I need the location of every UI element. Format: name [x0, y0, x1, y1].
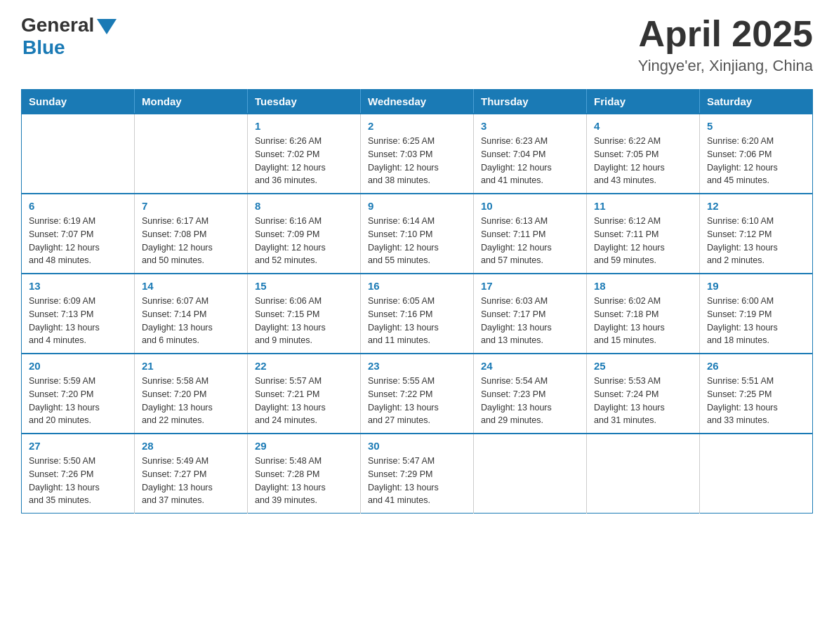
calendar-week-5: 27Sunrise: 5:50 AM Sunset: 7:26 PM Dayli…	[22, 434, 813, 514]
header-monday: Monday	[135, 90, 248, 114]
day-number: 12	[707, 200, 805, 212]
day-info: Sunrise: 6:25 AM Sunset: 7:03 PM Dayligh…	[368, 135, 466, 187]
logo-general-text: General	[21, 14, 94, 36]
header-wednesday: Wednesday	[361, 90, 474, 114]
calendar-week-4: 20Sunrise: 5:59 AM Sunset: 7:20 PM Dayli…	[22, 354, 813, 434]
day-info: Sunrise: 5:51 AM Sunset: 7:25 PM Dayligh…	[707, 375, 805, 427]
day-info: Sunrise: 5:50 AM Sunset: 7:26 PM Dayligh…	[29, 455, 127, 507]
calendar-day-2: 2Sunrise: 6:25 AM Sunset: 7:03 PM Daylig…	[361, 114, 474, 194]
calendar-day-10: 10Sunrise: 6:13 AM Sunset: 7:11 PM Dayli…	[474, 194, 587, 274]
day-number: 20	[29, 360, 127, 372]
header-tuesday: Tuesday	[248, 90, 361, 114]
day-number: 19	[707, 280, 805, 292]
day-info: Sunrise: 5:58 AM Sunset: 7:20 PM Dayligh…	[142, 375, 240, 427]
day-info: Sunrise: 5:48 AM Sunset: 7:28 PM Dayligh…	[255, 455, 353, 507]
day-info: Sunrise: 6:10 AM Sunset: 7:12 PM Dayligh…	[707, 215, 805, 267]
day-info: Sunrise: 5:54 AM Sunset: 7:23 PM Dayligh…	[481, 375, 579, 427]
calendar-day-22: 22Sunrise: 5:57 AM Sunset: 7:21 PM Dayli…	[248, 354, 361, 434]
calendar-day-30: 30Sunrise: 5:47 AM Sunset: 7:29 PM Dayli…	[361, 434, 474, 514]
calendar-day-18: 18Sunrise: 6:02 AM Sunset: 7:18 PM Dayli…	[587, 274, 700, 354]
day-number: 10	[481, 200, 579, 212]
day-number: 30	[368, 440, 466, 452]
calendar-day-20: 20Sunrise: 5:59 AM Sunset: 7:20 PM Dayli…	[22, 354, 135, 434]
day-number: 17	[481, 280, 579, 292]
page-header: General Blue April 2025 Yingye'er, Xinji…	[21, 14, 813, 75]
day-number: 16	[368, 280, 466, 292]
day-info: Sunrise: 6:16 AM Sunset: 7:09 PM Dayligh…	[255, 215, 353, 267]
empty-cell	[700, 434, 813, 514]
calendar-day-25: 25Sunrise: 5:53 AM Sunset: 7:24 PM Dayli…	[587, 354, 700, 434]
day-number: 9	[368, 200, 466, 212]
day-info: Sunrise: 6:13 AM Sunset: 7:11 PM Dayligh…	[481, 215, 579, 267]
day-info: Sunrise: 6:20 AM Sunset: 7:06 PM Dayligh…	[707, 135, 805, 187]
calendar-day-19: 19Sunrise: 6:00 AM Sunset: 7:19 PM Dayli…	[700, 274, 813, 354]
calendar-day-6: 6Sunrise: 6:19 AM Sunset: 7:07 PM Daylig…	[22, 194, 135, 274]
day-info: Sunrise: 5:53 AM Sunset: 7:24 PM Dayligh…	[594, 375, 692, 427]
day-number: 4	[594, 120, 692, 132]
calendar-day-28: 28Sunrise: 5:49 AM Sunset: 7:27 PM Dayli…	[135, 434, 248, 514]
day-info: Sunrise: 6:09 AM Sunset: 7:13 PM Dayligh…	[29, 295, 127, 347]
day-number: 15	[255, 280, 353, 292]
logo-triangle-icon	[97, 19, 117, 34]
day-number: 28	[142, 440, 240, 452]
calendar-day-14: 14Sunrise: 6:07 AM Sunset: 7:14 PM Dayli…	[135, 274, 248, 354]
calendar-day-29: 29Sunrise: 5:48 AM Sunset: 7:28 PM Dayli…	[248, 434, 361, 514]
day-info: Sunrise: 6:14 AM Sunset: 7:10 PM Dayligh…	[368, 215, 466, 267]
day-info: Sunrise: 6:03 AM Sunset: 7:17 PM Dayligh…	[481, 295, 579, 347]
day-number: 6	[29, 200, 127, 212]
day-number: 5	[707, 120, 805, 132]
calendar-week-3: 13Sunrise: 6:09 AM Sunset: 7:13 PM Dayli…	[22, 274, 813, 354]
day-number: 3	[481, 120, 579, 132]
day-number: 18	[594, 280, 692, 292]
day-info: Sunrise: 6:06 AM Sunset: 7:15 PM Dayligh…	[255, 295, 353, 347]
title-block: April 2025 Yingye'er, Xinjiang, China	[638, 14, 813, 75]
day-info: Sunrise: 5:57 AM Sunset: 7:21 PM Dayligh…	[255, 375, 353, 427]
calendar-day-12: 12Sunrise: 6:10 AM Sunset: 7:12 PM Dayli…	[700, 194, 813, 274]
calendar-day-7: 7Sunrise: 6:17 AM Sunset: 7:08 PM Daylig…	[135, 194, 248, 274]
calendar-day-27: 27Sunrise: 5:50 AM Sunset: 7:26 PM Dayli…	[22, 434, 135, 514]
logo: General Blue	[21, 14, 117, 59]
day-number: 2	[368, 120, 466, 132]
calendar-day-3: 3Sunrise: 6:23 AM Sunset: 7:04 PM Daylig…	[474, 114, 587, 194]
calendar-day-21: 21Sunrise: 5:58 AM Sunset: 7:20 PM Dayli…	[135, 354, 248, 434]
day-info: Sunrise: 6:12 AM Sunset: 7:11 PM Dayligh…	[594, 215, 692, 267]
calendar-header-row: SundayMondayTuesdayWednesdayThursdayFrid…	[22, 90, 813, 114]
day-info: Sunrise: 6:26 AM Sunset: 7:02 PM Dayligh…	[255, 135, 353, 187]
day-number: 7	[142, 200, 240, 212]
calendar-day-17: 17Sunrise: 6:03 AM Sunset: 7:17 PM Dayli…	[474, 274, 587, 354]
header-friday: Friday	[587, 90, 700, 114]
day-number: 29	[255, 440, 353, 452]
day-number: 11	[594, 200, 692, 212]
calendar-location: Yingye'er, Xinjiang, China	[638, 57, 813, 75]
calendar-day-24: 24Sunrise: 5:54 AM Sunset: 7:23 PM Dayli…	[474, 354, 587, 434]
day-number: 24	[481, 360, 579, 372]
day-number: 27	[29, 440, 127, 452]
calendar-title: April 2025	[638, 14, 813, 54]
calendar-day-13: 13Sunrise: 6:09 AM Sunset: 7:13 PM Dayli…	[22, 274, 135, 354]
calendar-day-4: 4Sunrise: 6:22 AM Sunset: 7:05 PM Daylig…	[587, 114, 700, 194]
day-info: Sunrise: 6:19 AM Sunset: 7:07 PM Dayligh…	[29, 215, 127, 267]
day-info: Sunrise: 6:07 AM Sunset: 7:14 PM Dayligh…	[142, 295, 240, 347]
calendar-day-26: 26Sunrise: 5:51 AM Sunset: 7:25 PM Dayli…	[700, 354, 813, 434]
calendar-table: SundayMondayTuesdayWednesdayThursdayFrid…	[21, 89, 813, 514]
header-sunday: Sunday	[22, 90, 135, 114]
day-number: 21	[142, 360, 240, 372]
calendar-day-9: 9Sunrise: 6:14 AM Sunset: 7:10 PM Daylig…	[361, 194, 474, 274]
day-number: 13	[29, 280, 127, 292]
day-number: 23	[368, 360, 466, 372]
day-number: 22	[255, 360, 353, 372]
calendar-day-15: 15Sunrise: 6:06 AM Sunset: 7:15 PM Dayli…	[248, 274, 361, 354]
day-info: Sunrise: 6:17 AM Sunset: 7:08 PM Dayligh…	[142, 215, 240, 267]
empty-cell	[135, 114, 248, 194]
day-number: 1	[255, 120, 353, 132]
day-info: Sunrise: 6:00 AM Sunset: 7:19 PM Dayligh…	[707, 295, 805, 347]
calendar-day-11: 11Sunrise: 6:12 AM Sunset: 7:11 PM Dayli…	[587, 194, 700, 274]
day-info: Sunrise: 6:23 AM Sunset: 7:04 PM Dayligh…	[481, 135, 579, 187]
empty-cell	[22, 114, 135, 194]
day-info: Sunrise: 5:59 AM Sunset: 7:20 PM Dayligh…	[29, 375, 127, 427]
calendar-day-8: 8Sunrise: 6:16 AM Sunset: 7:09 PM Daylig…	[248, 194, 361, 274]
empty-cell	[587, 434, 700, 514]
day-info: Sunrise: 5:47 AM Sunset: 7:29 PM Dayligh…	[368, 455, 466, 507]
day-number: 8	[255, 200, 353, 212]
logo-top: General	[21, 14, 117, 36]
